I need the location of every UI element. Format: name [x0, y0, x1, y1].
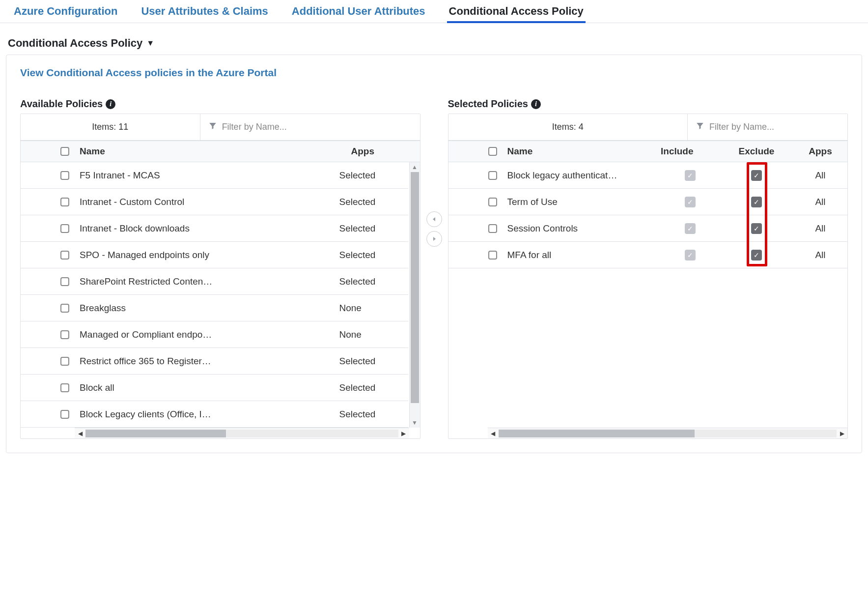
table-row[interactable]: Restrict office 365 to Register… Selecte…: [21, 348, 408, 375]
tab-additional-user-attributes[interactable]: Additional User Attributes: [290, 2, 427, 23]
policy-panel: View Conditional Access policies in the …: [6, 55, 862, 453]
exclude-checkbox[interactable]: ✓: [751, 250, 762, 261]
policy-apps: All: [793, 223, 847, 234]
move-right-button[interactable]: [426, 231, 442, 247]
available-col-apps: Apps: [351, 146, 420, 157]
policy-apps: Selected: [339, 276, 408, 287]
row-checkbox[interactable]: [60, 171, 69, 180]
policy-name: Term of Use: [507, 197, 661, 207]
policy-apps: Selected: [339, 409, 408, 420]
row-checkbox[interactable]: [60, 383, 69, 392]
table-row[interactable]: Block all Selected: [21, 375, 408, 401]
policy-apps: All: [793, 250, 847, 261]
available-title: Available Policies: [20, 98, 103, 110]
available-col-name: Name: [80, 146, 351, 157]
filter-icon: [696, 121, 704, 133]
policy-name: Intranet - Block downloads: [80, 223, 339, 234]
exclude-checkbox[interactable]: ✓: [751, 197, 762, 207]
row-checkbox[interactable]: [60, 410, 69, 419]
tab-user-attributes-claims[interactable]: User Attributes & Claims: [139, 2, 270, 23]
policy-apps: Selected: [339, 170, 408, 181]
policy-name: Restrict office 365 to Register…: [80, 356, 339, 367]
tabs: Azure Configuration User Attributes & Cl…: [0, 0, 868, 23]
table-row[interactable]: Block Legacy clients (Office, I… Selecte…: [21, 401, 408, 428]
table-row[interactable]: Term of Use ✓ ✓ All: [448, 189, 848, 215]
table-row[interactable]: SharePoint Restricted Conten… Selected: [21, 268, 408, 295]
available-select-all[interactable]: [60, 147, 69, 156]
include-checkbox: ✓: [685, 223, 696, 234]
policy-apps: Selected: [339, 197, 408, 207]
row-checkbox[interactable]: [60, 224, 69, 233]
horizontal-scrollbar[interactable]: ◀ ▶: [75, 428, 409, 438]
table-row[interactable]: Session Controls ✓ ✓ All: [448, 215, 848, 242]
tab-conditional-access-policy[interactable]: Conditional Access Policy: [447, 2, 586, 23]
policy-name: SPO - Managed endpoints only: [80, 250, 339, 261]
row-checkbox[interactable]: [60, 330, 69, 339]
row-checkbox[interactable]: [488, 171, 497, 180]
policy-name: Block all: [80, 382, 339, 393]
row-checkbox[interactable]: [60, 251, 69, 260]
policy-name: Managed or Compliant endpo…: [80, 329, 339, 340]
policy-apps: None: [339, 303, 408, 314]
policy-apps: All: [793, 197, 847, 207]
policy-apps: Selected: [339, 356, 408, 367]
selected-col-name: Name: [507, 146, 661, 157]
policy-apps: Selected: [339, 223, 408, 234]
horizontal-scrollbar[interactable]: ◀ ▶: [488, 428, 848, 438]
policy-name: Block Legacy clients (Office, I…: [80, 409, 339, 420]
table-row[interactable]: Intranet - Custom Control Selected: [21, 189, 408, 215]
filter-icon: [208, 121, 217, 133]
row-checkbox[interactable]: [488, 224, 497, 233]
exclude-checkbox[interactable]: ✓: [751, 170, 762, 181]
table-row[interactable]: Managed or Compliant endpo… None: [21, 321, 408, 348]
azure-portal-link[interactable]: View Conditional Access policies in the …: [20, 67, 277, 79]
policy-name: Intranet - Custom Control: [80, 197, 339, 207]
info-icon[interactable]: i: [106, 99, 115, 109]
policy-apps: All: [793, 170, 847, 181]
selected-select-all[interactable]: [488, 147, 497, 156]
policy-name: Block legacy authenticat…: [507, 170, 661, 181]
table-row[interactable]: Block legacy authenticat… ✓ ✓ All: [448, 162, 848, 189]
include-checkbox: ✓: [685, 170, 696, 181]
move-left-button[interactable]: [426, 211, 442, 227]
caret-down-icon: ▼: [146, 39, 154, 48]
section-title-label: Conditional Access Policy: [8, 37, 142, 50]
policy-apps: None: [339, 329, 408, 340]
table-row[interactable]: F5 Intranet - MCAS Selected: [21, 162, 408, 189]
info-icon[interactable]: i: [531, 99, 541, 109]
selected-col-include: Include: [661, 146, 720, 157]
policy-name: SharePoint Restricted Conten…: [80, 276, 339, 287]
selected-items-count: Items: 4: [448, 114, 688, 140]
selected-title: Selected Policies: [448, 98, 528, 110]
row-checkbox[interactable]: [60, 304, 69, 313]
row-checkbox[interactable]: [488, 198, 497, 206]
tab-azure-configuration[interactable]: Azure Configuration: [12, 2, 119, 23]
policy-name: Breakglass: [80, 303, 339, 314]
vertical-scrollbar[interactable]: ▲ ▼: [409, 162, 420, 428]
row-checkbox[interactable]: [488, 251, 497, 260]
available-policies-panel: Available Policies i Items: 11: [20, 98, 420, 439]
policy-name: MFA for all: [507, 250, 661, 261]
include-checkbox: ✓: [685, 197, 696, 207]
available-filter-input[interactable]: [222, 122, 412, 132]
exclude-checkbox[interactable]: ✓: [751, 223, 762, 234]
policy-name: F5 Intranet - MCAS: [80, 170, 339, 181]
policy-apps: Selected: [339, 382, 408, 393]
table-row[interactable]: MFA for all ✓ ✓ All: [448, 242, 848, 268]
section-toggle[interactable]: Conditional Access Policy ▼: [0, 23, 868, 55]
row-checkbox[interactable]: [60, 357, 69, 366]
selected-col-exclude: Exclude: [720, 146, 793, 157]
selected-filter-input[interactable]: [709, 122, 840, 132]
selected-policies-panel: Selected Policies i Items: 4: [448, 98, 848, 439]
policy-name: Session Controls: [507, 223, 661, 234]
table-row[interactable]: Breakglass None: [21, 295, 408, 321]
row-checkbox[interactable]: [60, 277, 69, 286]
available-items-count: Items: 11: [21, 114, 200, 140]
table-row[interactable]: Intranet - Block downloads Selected: [21, 215, 408, 242]
include-checkbox: ✓: [685, 250, 696, 261]
row-checkbox[interactable]: [60, 198, 69, 206]
selected-col-apps: Apps: [793, 146, 847, 157]
policy-apps: Selected: [339, 250, 408, 261]
table-row[interactable]: SPO - Managed endpoints only Selected: [21, 242, 408, 268]
